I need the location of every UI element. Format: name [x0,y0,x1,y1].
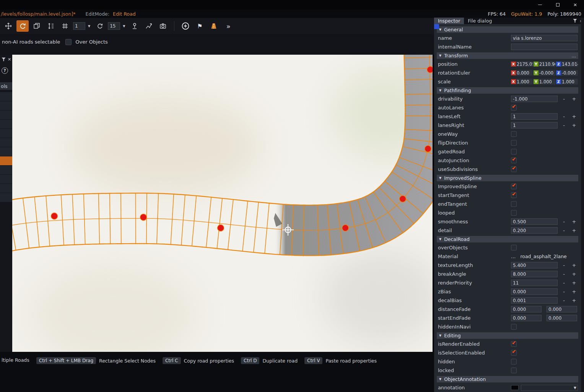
road-list-item[interactable] [0,120,12,128]
oneWay-checkbox[interactable] [511,131,517,137]
duplicate-tool-button[interactable] [31,20,43,32]
road-list-item[interactable] [0,92,12,101]
section-header-DecalRoad[interactable]: ▼DecalRoad [437,236,578,242]
startTangent-checkbox[interactable]: ✔ [511,192,517,198]
lanesLeft-decrement-button[interactable]: - [560,114,568,119]
overObjects-checkbox[interactable] [511,245,517,250]
spacing-tool-button[interactable] [45,20,57,32]
lanesRight-input[interactable] [511,122,558,128]
breakAngle-increment-button[interactable]: + [570,271,578,277]
screenshot-button[interactable] [157,20,169,32]
road-node[interactable] [140,214,147,221]
renderPriority-increment-button[interactable]: + [570,280,578,286]
distanceFade-input-1[interactable] [511,306,542,312]
grid-size-input[interactable] [73,22,85,30]
position-x-value[interactable]: 2175.05 [516,61,533,67]
toolbar-overflow-button[interactable]: » [222,20,234,32]
inspector-scrollbar[interactable] [581,18,584,392]
help-button[interactable]: ? [2,67,8,74]
road-node[interactable] [342,225,349,231]
add-node-button[interactable] [179,20,192,32]
rotationEuler-x-value[interactable]: 0.000 [516,70,533,76]
rotation-snap-dropdown-icon[interactable]: ▼ [123,24,125,28]
autoLanes-checkbox[interactable]: ✔ [511,105,517,111]
breakAngle-decrement-button[interactable]: - [560,271,568,277]
rotation-snap-input[interactable] [108,22,120,30]
ImprovedSpline-checkbox[interactable]: ✔ [511,184,517,189]
road-node[interactable] [425,146,431,152]
minimize-button[interactable] [531,0,549,10]
rotationEuler-y-value[interactable]: -0.000 [538,70,555,76]
startEndFade-input-1[interactable] [511,315,542,321]
position-z-value[interactable]: 143.014 [561,61,578,67]
drivability-input[interactable] [511,96,558,102]
rotation-snap-button[interactable] [94,20,106,32]
section-header-General[interactable]: ▼General [437,26,578,33]
smoothness-increment-button[interactable]: + [570,219,578,224]
section-header-ObjectAnnotation[interactable]: ▼ObjectAnnotation [437,376,578,382]
road-list-item[interactable] [0,147,12,156]
decalBias-decrement-button[interactable]: - [560,298,568,303]
tools-tab-clipped[interactable]: ols [0,82,12,90]
road-list-item[interactable] [0,101,12,110]
smoothness-input[interactable] [511,218,558,225]
gatedRoad-checkbox[interactable] [511,149,517,155]
locked-checkbox[interactable] [511,368,517,373]
autoJunction-checkbox[interactable]: ✔ [511,158,517,163]
internalName-input[interactable] [511,44,577,50]
scale-x-value[interactable]: 1.000 [516,79,533,85]
endTangent-checkbox[interactable] [511,201,517,207]
viewport[interactable] [12,55,433,352]
road-list-item[interactable] [0,166,12,174]
lanesLeft-input[interactable] [511,113,558,120]
renderPriority-input[interactable] [511,280,558,286]
scale-y-value[interactable]: 1.000 [538,79,555,85]
lanesRight-decrement-button[interactable]: - [560,122,568,128]
drivability-decrement-button[interactable]: - [560,96,568,102]
road-node[interactable] [218,225,224,231]
grid-snap-button[interactable] [59,20,71,32]
position-y-value[interactable]: 2110.96 [538,61,555,67]
annotation-dropdown[interactable]: ▼ [521,385,578,391]
road-list-item[interactable] [0,138,12,147]
detail-input[interactable] [511,227,558,234]
section-header-Transform[interactable]: ▼Transform... [437,52,578,59]
road-node[interactable] [51,213,58,220]
distanceFade-input-2[interactable] [547,306,577,312]
rotationEuler-z-value[interactable]: -0.000 [561,70,578,76]
level-path[interactable]: /levels/follosp/main.level.json]* [1,11,76,17]
textureLength-decrement-button[interactable]: - [560,262,568,268]
road-list-item[interactable] [0,175,12,184]
flipDirection-checkbox[interactable] [511,140,517,146]
useSubdivisions-checkbox[interactable]: ✔ [511,166,517,172]
road-list-item[interactable] [0,129,12,138]
hidden-checkbox[interactable] [511,359,517,364]
breakAngle-input[interactable] [511,271,558,277]
section-more-button[interactable]: ... [572,53,576,59]
annotation-color-swatch[interactable] [511,385,519,390]
maximize-button[interactable] [549,0,566,10]
road-list-item[interactable] [0,156,12,165]
textureLength-input[interactable] [511,262,558,268]
zBias-increment-button[interactable]: + [570,289,578,294]
hiddenInNavi-checkbox[interactable] [511,324,517,330]
clear-filter-icon[interactable]: ✕ [8,57,11,62]
close-button[interactable]: ✕ [566,0,584,10]
editmode-value[interactable]: Edit Road [113,11,136,17]
rotate-tool-button[interactable] [16,20,29,32]
detail-increment-button[interactable]: + [570,228,578,233]
over-objects-checkbox[interactable] [65,39,72,45]
decalBias-input[interactable] [511,297,558,304]
road-list-item[interactable] [0,111,12,119]
name-input[interactable] [511,35,577,41]
tab-file-dialog[interactable]: File dialog [464,18,496,24]
scale-z-value[interactable]: 1.000 [561,79,578,85]
road-list-item[interactable] [0,184,12,193]
tab-inspector[interactable]: Inspector [434,18,464,24]
material-value[interactable]: road_asphalt_2lane [520,254,566,259]
textureLength-increment-button[interactable]: + [570,262,578,268]
smoothness-decrement-button[interactable]: - [560,219,568,224]
lanesRight-increment-button[interactable]: + [570,122,578,128]
road-node[interactable] [400,196,406,202]
isSelectionEnabled-checkbox[interactable]: ✔ [511,350,517,356]
